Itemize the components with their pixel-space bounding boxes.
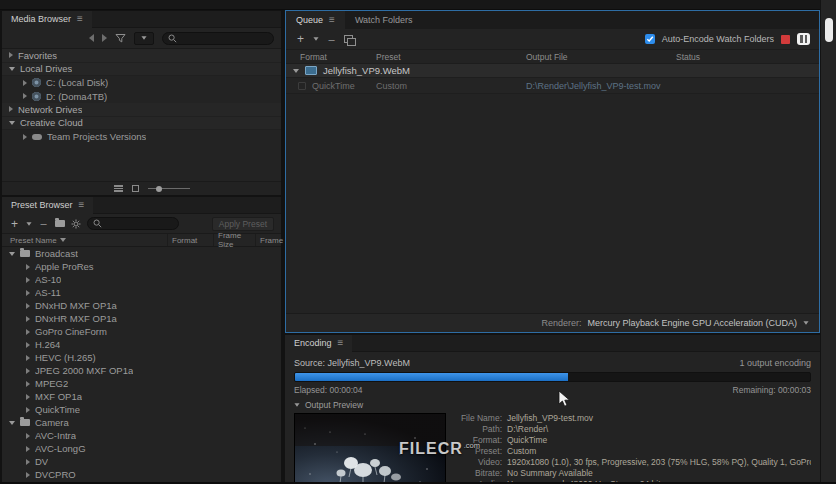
preset-item[interactable]: AVC-Intra — [2, 429, 281, 442]
slider-knob[interactable] — [156, 186, 162, 192]
column-format[interactable]: Format — [286, 52, 376, 62]
chevron-down-icon[interactable] — [9, 252, 15, 256]
chevron-right-icon[interactable] — [26, 303, 30, 309]
panel-menu-icon[interactable] — [329, 15, 335, 25]
output-file-cell[interactable]: D:\Render\Jellyfish_VP9-test.mov — [526, 81, 676, 91]
column-output-file[interactable]: Output File — [526, 52, 676, 62]
encoding-tab[interactable]: Encoding — [285, 335, 352, 352]
thumbnail-size-slider[interactable] — [148, 188, 190, 189]
add-source-button[interactable] — [295, 33, 306, 45]
output-checkbox[interactable] — [298, 82, 306, 90]
preset-item[interactable]: QuickTime — [2, 403, 281, 416]
chevron-right-icon[interactable] — [26, 433, 30, 439]
file-type-dropdown[interactable] — [134, 32, 154, 45]
chevron-down-icon[interactable] — [9, 67, 15, 71]
preset-item[interactable]: H.264 — [2, 338, 281, 351]
filter-icon[interactable] — [115, 33, 126, 44]
panel-menu-icon[interactable] — [338, 338, 344, 348]
renderer-dropdown[interactable]: Mercury Playback Engine GPU Acceleration… — [587, 318, 809, 328]
duplicate-button[interactable] — [344, 35, 354, 44]
column-format[interactable]: Format — [168, 234, 214, 246]
chevron-down-icon[interactable] — [26, 222, 31, 225]
media-item-d-drive[interactable]: D: (Doma4TB) — [2, 90, 281, 104]
back-arrow-icon[interactable] — [89, 34, 94, 42]
preset-item[interactable]: HEVC (H.265) — [2, 351, 281, 364]
chevron-right-icon[interactable] — [26, 316, 30, 322]
forward-arrow-icon[interactable] — [102, 34, 107, 42]
media-item-team-projects[interactable]: Team Projects Versions — [2, 130, 281, 144]
preset-item[interactable]: DV — [2, 455, 281, 468]
chevron-right-icon[interactable] — [26, 355, 30, 361]
auto-encode-label[interactable]: Auto-Encode Watch Folders — [662, 34, 774, 44]
chevron-right-icon[interactable] — [26, 290, 30, 296]
output-preview-toggle[interactable]: Output Preview — [294, 400, 811, 410]
media-search-input[interactable] — [180, 33, 268, 43]
queue-output-row[interactable]: QuickTime Custom D:\Render\Jellyfish_VP9… — [286, 78, 819, 94]
preset-group-camera[interactable]: Camera — [2, 416, 281, 429]
media-search-field[interactable] — [162, 32, 274, 45]
media-item-local-drives[interactable]: Local Drives — [2, 63, 281, 77]
preset-item[interactable]: DVCPRO — [2, 468, 281, 481]
chevron-right-icon[interactable] — [26, 459, 30, 465]
chevron-down-icon[interactable] — [293, 69, 299, 73]
column-status[interactable]: Status — [676, 52, 819, 62]
new-preset-group-icon[interactable] — [55, 220, 65, 227]
tab-queue[interactable]: Queue — [286, 11, 345, 29]
remove-source-button[interactable] — [326, 33, 337, 45]
panel-menu-icon[interactable] — [77, 14, 83, 24]
preset-item[interactable]: JPEG 2000 MXF OP1a — [2, 364, 281, 377]
panel-menu-icon[interactable] — [79, 200, 85, 210]
thumbnail-view-icon[interactable] — [132, 185, 139, 192]
chevron-right-icon[interactable] — [26, 446, 30, 452]
column-preset[interactable]: Preset — [376, 52, 526, 62]
list-view-icon[interactable] — [114, 185, 123, 192]
preset-browser-tab[interactable]: Preset Browser — [2, 197, 93, 214]
apply-preset-button[interactable]: Apply Preset — [212, 217, 274, 231]
auto-encode-checkbox[interactable] — [645, 34, 655, 44]
create-preset-button[interactable] — [9, 218, 20, 230]
preset-search-field[interactable] — [87, 217, 179, 230]
output-format-cell[interactable]: QuickTime — [286, 81, 376, 91]
column-frame-rate[interactable]: Frame — [256, 234, 283, 246]
media-item-creative-cloud[interactable]: Creative Cloud — [2, 117, 281, 131]
column-frame-size[interactable]: Frame Size — [214, 234, 256, 246]
delete-preset-button[interactable] — [38, 218, 49, 230]
chevron-down-icon[interactable] — [9, 121, 15, 125]
media-item-network-drives[interactable]: Network Drives — [2, 103, 281, 117]
preset-item[interactable]: MPEG2 — [2, 377, 281, 390]
chevron-right-icon[interactable] — [9, 52, 13, 58]
output-preset-cell[interactable]: Custom — [376, 81, 526, 91]
preset-settings-gear-icon[interactable] — [71, 219, 81, 229]
preset-item[interactable]: AVC-LongG — [2, 442, 281, 455]
preset-item[interactable]: AS-11 — [2, 286, 281, 299]
chevron-right-icon[interactable] — [26, 329, 30, 335]
chevron-right-icon[interactable] — [23, 80, 27, 86]
preset-item[interactable]: DNxHD MXF OP1a — [2, 299, 281, 312]
media-item-favorites[interactable]: Favorites — [2, 49, 281, 63]
preset-item[interactable]: MXF OP1a — [2, 390, 281, 403]
chevron-right-icon[interactable] — [26, 264, 30, 270]
chevron-right-icon[interactable] — [26, 277, 30, 283]
chevron-right-icon[interactable] — [26, 472, 30, 478]
chevron-right-icon[interactable] — [9, 106, 13, 112]
media-item-c-drive[interactable]: C: (Local Disk) — [2, 76, 281, 90]
chevron-down-icon[interactable] — [9, 421, 15, 425]
chevron-right-icon[interactable] — [26, 394, 30, 400]
pause-queue-button[interactable] — [797, 33, 810, 45]
chevron-right-icon[interactable] — [23, 93, 27, 99]
right-scrollbar-track[interactable] — [820, 0, 836, 484]
preset-search-input[interactable] — [105, 219, 173, 229]
column-preset-name[interactable]: Preset Name — [2, 234, 168, 246]
scrollbar-thumb[interactable] — [825, 18, 833, 42]
preset-item[interactable]: Apple ProRes — [2, 260, 281, 273]
chevron-right-icon[interactable] — [26, 381, 30, 387]
chevron-right-icon[interactable] — [26, 407, 30, 413]
queue-source-row[interactable]: Jellyfish_VP9.WebM — [286, 64, 819, 78]
chevron-right-icon[interactable] — [26, 342, 30, 348]
preset-item[interactable]: GoPro CineForm — [2, 325, 281, 338]
preset-item[interactable]: DNxHR MXF OP1a — [2, 312, 281, 325]
stop-queue-button[interactable] — [781, 35, 790, 44]
chevron-right-icon[interactable] — [23, 134, 27, 140]
media-browser-tab[interactable]: Media Browser — [2, 11, 92, 28]
preset-item[interactable]: AS-10 — [2, 273, 281, 286]
